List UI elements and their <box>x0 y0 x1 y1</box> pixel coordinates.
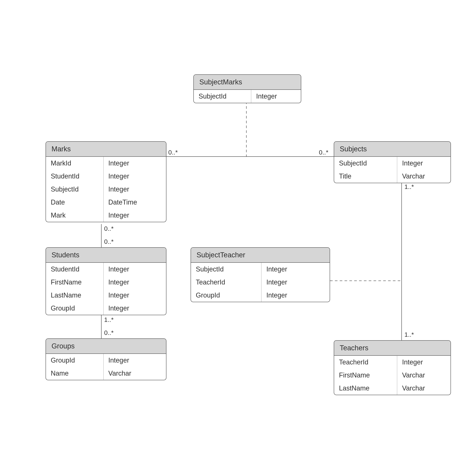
attr-name: StudentId <box>46 170 103 183</box>
multiplicity-label: 0..* <box>168 149 178 156</box>
attr-type: Varchar <box>103 367 166 380</box>
attr-type: Integer <box>103 157 166 170</box>
attr-type: Integer <box>261 276 330 289</box>
entity-subjectteacher: SubjectTeacher SubjectId TeacherId Group… <box>191 247 330 302</box>
attr-type: Integer <box>103 183 166 196</box>
attr-type: Integer <box>397 356 451 369</box>
attr-name: SubjectId <box>46 183 103 196</box>
attr-type: Varchar <box>397 369 451 382</box>
attr-name: TeacherId <box>334 356 397 369</box>
attr-name: Title <box>334 170 397 183</box>
multiplicity-label: 0..* <box>319 149 328 156</box>
entity-title: SubjectTeacher <box>191 248 330 263</box>
attr-type: Integer <box>103 354 166 367</box>
multiplicity-label: 0..* <box>104 329 114 336</box>
entity-students: Students StudentId FirstName LastName Gr… <box>46 247 166 315</box>
multiplicity-label: 1..* <box>404 183 414 190</box>
attr-name: GroupId <box>46 354 103 367</box>
entity-subjectmarks: SubjectMarks SubjectId Integer <box>193 74 301 103</box>
entity-title: Teachers <box>334 341 451 356</box>
entity-title: SubjectMarks <box>194 75 301 90</box>
entity-title: Groups <box>46 339 166 354</box>
multiplicity-label: 1..* <box>404 331 414 338</box>
diagram-canvas: SubjectMarks SubjectId Integer Marks Mar… <box>0 0 476 476</box>
attr-type: Integer <box>103 263 166 276</box>
multiplicity-label: 0..* <box>104 225 114 232</box>
attr-name: LastName <box>334 382 397 395</box>
attr-type: Integer <box>103 289 166 302</box>
attr-name: MarkId <box>46 157 103 170</box>
attr-name: GroupId <box>191 289 261 302</box>
attr-type: Varchar <box>397 170 451 183</box>
attr-name: Mark <box>46 209 103 222</box>
attr-type: Integer <box>251 90 301 103</box>
multiplicity-label: 1..* <box>104 316 114 323</box>
attr-name: FirstName <box>46 276 103 289</box>
attr-name: LastName <box>46 289 103 302</box>
attr-name: StudentId <box>46 263 103 276</box>
attr-name: FirstName <box>334 369 397 382</box>
attr-type: Integer <box>103 170 166 183</box>
attr-type: Integer <box>103 209 166 222</box>
attr-name: GroupId <box>46 302 103 315</box>
entity-teachers: Teachers TeacherId FirstName LastName In… <box>334 340 451 395</box>
entity-title: Marks <box>46 142 166 157</box>
attr-type: Integer <box>103 302 166 315</box>
attr-type: Integer <box>397 157 451 170</box>
attr-name: Name <box>46 367 103 380</box>
entity-subjects: Subjects SubjectId Title Integer Varchar <box>334 141 451 183</box>
entity-title: Subjects <box>334 142 451 157</box>
attr-name: SubjectId <box>194 90 251 103</box>
connector-layer <box>0 0 476 476</box>
entity-marks: Marks MarkId StudentId SubjectId Date Ma… <box>46 141 166 222</box>
entity-title: Students <box>46 248 166 263</box>
multiplicity-label: 0..* <box>104 238 114 245</box>
attr-name: TeacherId <box>191 276 261 289</box>
attr-type: Integer <box>261 289 330 302</box>
entity-groups: Groups GroupId Name Integer Varchar <box>46 339 166 380</box>
attr-name: SubjectId <box>334 157 397 170</box>
attr-name: Date <box>46 196 103 209</box>
attr-name: SubjectId <box>191 263 261 276</box>
attr-type: Varchar <box>397 382 451 395</box>
attr-type: Integer <box>261 263 330 276</box>
attr-type: DateTime <box>103 196 166 209</box>
attr-type: Integer <box>103 276 166 289</box>
